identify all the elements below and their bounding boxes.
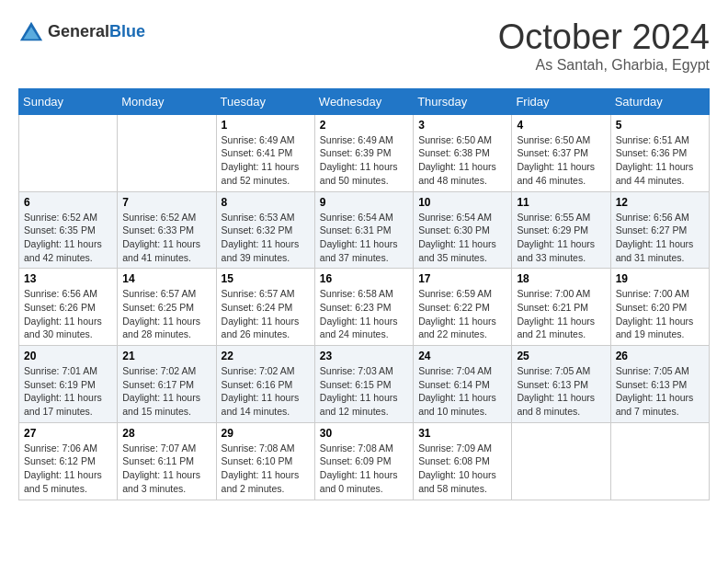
calendar-cell: 29Sunrise: 7:08 AMSunset: 6:10 PMDayligh…: [216, 422, 314, 500]
sunset-text: Sunset: 6:08 PM: [418, 454, 506, 468]
sunset-text: Sunset: 6:23 PM: [320, 301, 408, 315]
day-number: 16: [320, 272, 408, 285]
cell-content: Sunrise: 7:03 AMSunset: 6:15 PMDaylight:…: [320, 364, 408, 419]
sunset-text: Sunset: 6:09 PM: [320, 454, 408, 468]
sunrise-text: Sunrise: 7:08 AM: [320, 442, 408, 455]
day-number: 1: [222, 119, 310, 132]
calendar-cell: 2Sunrise: 6:49 AMSunset: 6:39 PMDaylight…: [314, 114, 413, 191]
calendar-cell: 26Sunrise: 7:05 AMSunset: 6:13 PMDayligh…: [610, 346, 709, 423]
cell-content: Sunrise: 6:51 AMSunset: 6:36 PMDaylight:…: [616, 133, 704, 188]
calendar-cell: 9Sunrise: 6:54 AMSunset: 6:31 PMDaylight…: [314, 191, 413, 269]
cell-content: Sunrise: 6:49 AMSunset: 6:39 PMDaylight:…: [320, 133, 408, 188]
daylight-text: Daylight: 11 hours and 15 minutes.: [122, 391, 210, 418]
cell-content: Sunrise: 7:06 AMSunset: 6:12 PMDaylight:…: [24, 442, 112, 496]
day-number: 20: [24, 350, 112, 362]
sunrise-text: Sunrise: 6:56 AM: [616, 211, 704, 224]
day-number: 11: [517, 196, 605, 209]
cell-content: Sunrise: 6:56 AMSunset: 6:26 PMDaylight:…: [24, 287, 112, 341]
sunrise-text: Sunrise: 6:55 AM: [517, 211, 605, 224]
sunset-text: Sunset: 6:16 PM: [222, 378, 310, 392]
logo-icon: [18, 18, 44, 44]
sunrise-text: Sunrise: 6:51 AM: [616, 133, 704, 147]
sunset-text: Sunset: 6:31 PM: [320, 224, 408, 237]
sunset-text: Sunset: 6:26 PM: [24, 301, 112, 315]
day-number: 26: [616, 350, 704, 362]
daylight-text: Daylight: 11 hours and 17 minutes.: [24, 391, 112, 418]
daylight-text: Daylight: 11 hours and 0 minutes.: [320, 468, 408, 495]
cell-content: Sunrise: 6:49 AMSunset: 6:41 PMDaylight:…: [222, 133, 310, 188]
sunrise-text: Sunrise: 6:52 AM: [122, 211, 210, 224]
sunset-text: Sunset: 6:10 PM: [222, 454, 310, 468]
day-number: 29: [222, 427, 310, 440]
day-number: 18: [517, 272, 605, 285]
sunrise-text: Sunrise: 7:07 AM: [122, 442, 210, 455]
sunset-text: Sunset: 6:15 PM: [320, 378, 408, 392]
week-row-0: 1Sunrise: 6:49 AMSunset: 6:41 PMDaylight…: [19, 114, 710, 191]
sunrise-text: Sunrise: 7:02 AM: [222, 364, 310, 378]
calendar-cell: 21Sunrise: 7:02 AMSunset: 6:17 PMDayligh…: [118, 346, 216, 423]
day-number: 8: [222, 196, 310, 209]
daylight-text: Daylight: 11 hours and 48 minutes.: [418, 160, 506, 187]
sunset-text: Sunset: 6:33 PM: [122, 224, 210, 237]
sunset-text: Sunset: 6:22 PM: [418, 301, 506, 315]
calendar-cell: [118, 114, 216, 191]
cell-content: Sunrise: 7:05 AMSunset: 6:13 PMDaylight:…: [517, 364, 605, 419]
daylight-text: Daylight: 11 hours and 24 minutes.: [320, 315, 408, 341]
calendar-cell: [19, 114, 118, 191]
day-number: 28: [122, 427, 210, 440]
cell-content: Sunrise: 6:55 AMSunset: 6:29 PMDaylight:…: [517, 211, 605, 265]
calendar-cell: 1Sunrise: 6:49 AMSunset: 6:41 PMDaylight…: [216, 114, 314, 191]
cell-content: Sunrise: 6:54 AMSunset: 6:30 PMDaylight:…: [418, 211, 506, 265]
calendar-cell: 17Sunrise: 6:59 AMSunset: 6:22 PMDayligh…: [414, 269, 512, 346]
sunrise-text: Sunrise: 7:05 AM: [616, 364, 704, 378]
calendar-cell: 28Sunrise: 7:07 AMSunset: 6:11 PMDayligh…: [118, 422, 216, 500]
day-number: 19: [616, 272, 704, 285]
calendar-cell: 20Sunrise: 7:01 AMSunset: 6:19 PMDayligh…: [19, 346, 118, 423]
daylight-text: Daylight: 11 hours and 26 minutes.: [222, 315, 310, 341]
daylight-text: Daylight: 10 hours and 58 minutes.: [418, 468, 506, 495]
calendar-cell: 23Sunrise: 7:03 AMSunset: 6:15 PMDayligh…: [314, 346, 413, 423]
header-monday: Monday: [118, 88, 216, 114]
day-number: 6: [24, 196, 112, 209]
cell-content: Sunrise: 6:50 AMSunset: 6:37 PMDaylight:…: [517, 133, 605, 188]
daylight-text: Daylight: 11 hours and 30 minutes.: [24, 315, 112, 341]
sunset-text: Sunset: 6:38 PM: [418, 146, 506, 160]
day-number: 21: [122, 350, 210, 362]
sunset-text: Sunset: 6:27 PM: [616, 224, 704, 237]
month-title: October 2024: [498, 18, 710, 57]
cell-content: Sunrise: 7:02 AMSunset: 6:17 PMDaylight:…: [122, 364, 210, 419]
calendar-cell: 12Sunrise: 6:56 AMSunset: 6:27 PMDayligh…: [610, 191, 709, 269]
cell-content: Sunrise: 7:00 AMSunset: 6:20 PMDaylight:…: [616, 287, 704, 341]
day-number: 3: [418, 119, 506, 132]
day-number: 13: [24, 272, 112, 285]
calendar-cell: 18Sunrise: 7:00 AMSunset: 6:21 PMDayligh…: [512, 269, 610, 346]
daylight-text: Daylight: 11 hours and 28 minutes.: [122, 315, 210, 341]
sunrise-text: Sunrise: 7:06 AM: [24, 442, 112, 455]
day-number: 10: [418, 196, 506, 209]
day-number: 25: [517, 350, 605, 362]
daylight-text: Daylight: 11 hours and 3 minutes.: [122, 468, 210, 495]
cell-content: Sunrise: 7:08 AMSunset: 6:10 PMDaylight:…: [222, 442, 310, 496]
sunrise-text: Sunrise: 6:54 AM: [418, 211, 506, 224]
header-sunday: Sunday: [19, 88, 118, 114]
calendar-cell: 24Sunrise: 7:04 AMSunset: 6:14 PMDayligh…: [414, 346, 512, 423]
day-number: 9: [320, 196, 408, 209]
sunrise-text: Sunrise: 6:59 AM: [418, 287, 506, 301]
daylight-text: Daylight: 11 hours and 12 minutes.: [320, 391, 408, 418]
sunset-text: Sunset: 6:19 PM: [24, 378, 112, 392]
cell-content: Sunrise: 6:59 AMSunset: 6:22 PMDaylight:…: [418, 287, 506, 341]
header-wednesday: Wednesday: [314, 88, 413, 114]
sunrise-text: Sunrise: 6:54 AM: [320, 211, 408, 224]
logo: GeneralBlue: [18, 18, 145, 44]
day-number: 15: [222, 272, 310, 285]
sunrise-text: Sunrise: 6:49 AM: [222, 133, 310, 147]
cell-content: Sunrise: 6:58 AMSunset: 6:23 PMDaylight:…: [320, 287, 408, 341]
calendar-cell: 27Sunrise: 7:06 AMSunset: 6:12 PMDayligh…: [19, 422, 118, 500]
sunrise-text: Sunrise: 6:57 AM: [222, 287, 310, 301]
sunset-text: Sunset: 6:17 PM: [122, 378, 210, 392]
day-number: 2: [320, 119, 408, 132]
header-thursday: Thursday: [414, 88, 512, 114]
daylight-text: Daylight: 11 hours and 31 minutes.: [616, 237, 704, 264]
sunrise-text: Sunrise: 7:08 AM: [222, 442, 310, 455]
day-number: 24: [418, 350, 506, 362]
